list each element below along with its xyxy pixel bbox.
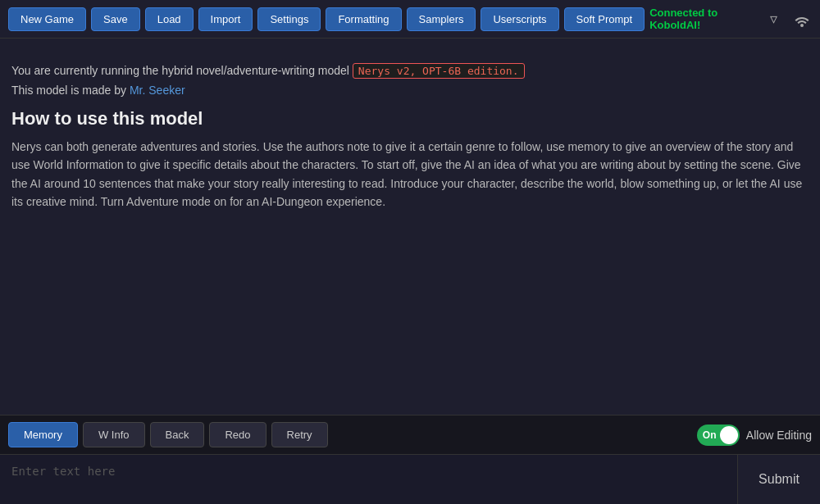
redo-button[interactable]: Redo — [209, 422, 266, 447]
main-content: You are currently running the hybrid nov… — [0, 39, 820, 415]
formatting-button[interactable]: Formatting — [326, 7, 401, 31]
input-row: Submit — [0, 454, 820, 504]
import-button[interactable]: Import — [198, 7, 253, 31]
puzzle-icon[interactable]: ▿ — [763, 7, 783, 30]
winfo-button[interactable]: W Info — [83, 422, 145, 447]
allow-editing-group: On Allow Editing — [697, 425, 812, 446]
allow-editing-toggle[interactable]: On — [697, 425, 740, 446]
bottom-toolbar: Memory W Info Back Redo Retry On Allow E… — [0, 415, 820, 454]
how-text: Nerys can both generate adventures and s… — [11, 138, 809, 211]
top-navigation: New Game Save Load Import Settings Forma… — [0, 0, 820, 39]
connection-status: Connected to KoboldAI! — [649, 7, 755, 31]
creator-prefix: This model is made by — [11, 84, 126, 97]
save-button[interactable]: Save — [91, 7, 140, 31]
toggle-label: On — [703, 429, 717, 441]
submit-button[interactable]: Submit — [738, 455, 820, 504]
toggle-thumb — [720, 426, 738, 444]
model-line-prefix: You are currently running the hybrid nov… — [11, 64, 349, 77]
model-line: You are currently running the hybrid nov… — [11, 63, 809, 79]
retry-button[interactable]: Retry — [271, 422, 328, 447]
load-button[interactable]: Load — [145, 7, 194, 31]
story-input[interactable] — [0, 455, 738, 504]
creator-link[interactable]: Mr. Seeker — [130, 84, 185, 97]
model-badge: Nerys v2, OPT-6B edition. — [353, 63, 525, 79]
creator-line: This model is made by Mr. Seeker — [11, 84, 809, 97]
how-title: How to use this model — [11, 108, 809, 129]
back-button[interactable]: Back — [150, 422, 205, 447]
soft-prompt-button[interactable]: Soft Prompt — [564, 7, 645, 31]
settings-button[interactable]: Settings — [257, 7, 321, 31]
nav-right: Connected to KoboldAI! ▿ — [649, 7, 812, 31]
story-info: You are currently running the hybrid nov… — [11, 63, 809, 211]
userscripts-button[interactable]: Userscripts — [481, 7, 558, 31]
allow-editing-label: Allow Editing — [746, 429, 812, 442]
memory-button[interactable]: Memory — [8, 422, 78, 447]
samplers-button[interactable]: Samplers — [407, 7, 476, 31]
new-game-button[interactable]: New Game — [8, 7, 86, 31]
wifi-icon[interactable] — [792, 7, 812, 30]
